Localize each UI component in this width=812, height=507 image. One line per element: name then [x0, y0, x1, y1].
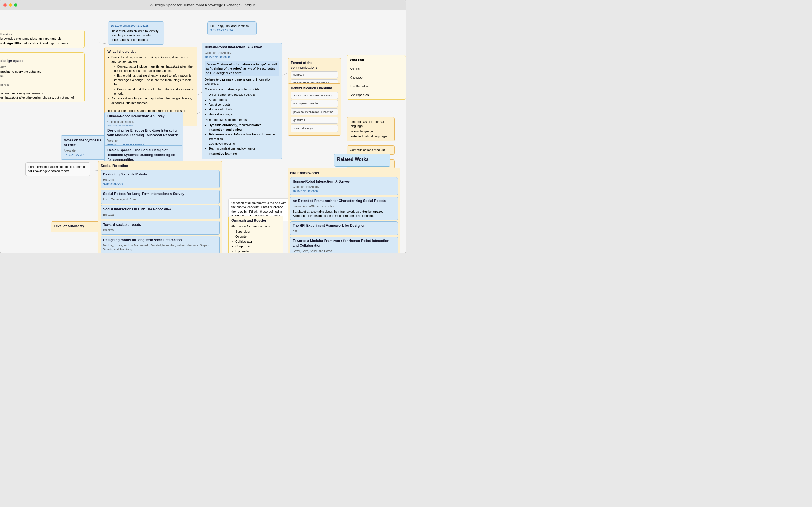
- design-hris-text: n design HRIs that facilitate knowledge …: [0, 41, 82, 45]
- social-robots-survey-card: Social Robots for Long-Term Interaction:…: [101, 189, 220, 204]
- what-item-5: Also note down things that might affect …: [111, 96, 194, 105]
- scripted-item-1: scripted based on formal language: [350, 120, 392, 128]
- social-interactions-title: Social Interactions in HRI: The Robot Vi…: [103, 207, 217, 212]
- titlebar: A Design Space for Human-robot Knowledge…: [0, 0, 406, 10]
- role-bystander: Bystander: [236, 249, 280, 253]
- what-item-4: ○ Keep in mind that this is all to form …: [114, 87, 194, 96]
- social-survey-authors: Leite, Martinho, and Paiva: [103, 198, 217, 202]
- designing-interaction-type: Web link: [107, 139, 180, 143]
- app-window: A Design Space for Human-robot Knowledge…: [0, 0, 406, 253]
- hri-experiment-title: The HRI Experiment Framework for Designe…: [293, 223, 395, 228]
- related-works-title: Related Works: [337, 156, 388, 163]
- onnasch-roesler-title: Onnasch and Roesler: [232, 218, 280, 223]
- synthesis-title: Notes on the Synthesis of Form: [64, 138, 103, 148]
- toward-sociable-title: Toward sociable robots: [103, 223, 217, 227]
- tag-physical: physical interaction & haptics: [291, 108, 338, 115]
- comms-medium-title: Communications medium: [291, 86, 338, 91]
- hri-rw-doi: 10.1561/1100000005: [293, 189, 395, 193]
- onnasch-roesler-card: Onnasch and Roesler Mentioned five human…: [229, 216, 283, 253]
- right-know3: Kno repr arch: [350, 93, 403, 97]
- hri-experiment-card: The HRI Experiment Framework for Designe…: [290, 221, 398, 236]
- hri-survey-small-title: Human-Robot Interaction: A Survey: [107, 114, 180, 119]
- designing-interaction-title: Designing for Effective End-User Interac…: [107, 128, 180, 138]
- social-robotics-card: Social Robotics Designing Sociable Robot…: [98, 161, 222, 253]
- role-supervisor: Supervisor: [236, 230, 280, 234]
- social-interactions-card: Social Interactions in HRI: The Robot Vi…: [101, 205, 220, 219]
- sociable-isbn: 9780262025102: [103, 182, 217, 186]
- sociable-author: Breazeal: [103, 178, 217, 182]
- study-doi: 10.1109/roman.2004.1374728: [111, 24, 161, 28]
- modular-framework-title: Towards a Modular Framework for Human-Ro…: [293, 238, 395, 248]
- format-title: Format of the communications: [291, 61, 338, 70]
- design-spaces-title: Design Spaces I The Social Design of Tec…: [107, 148, 180, 162]
- challenge-1: Urban search and rescue (USAR): [209, 93, 279, 97]
- social-survey-title: Social Robots for Long-Term Interaction:…: [103, 191, 217, 196]
- synthesis-author: Alexander: [64, 149, 103, 153]
- right-what-text: Wha kno: [350, 58, 403, 62]
- what-item-1: Divide the design space into design fact…: [111, 55, 194, 64]
- right-info: Info Kno of va: [350, 84, 403, 89]
- role-cooperator: Cooperator: [236, 244, 280, 248]
- theme-4: Team organizations and dynamics: [209, 147, 279, 151]
- canvas: literature: knowledge exchange plays an …: [0, 10, 406, 253]
- right-partial-card: Wha kno Kno one Kno prob Info Kno of va …: [347, 55, 406, 100]
- study-text: Did a study with children to identify ho…: [111, 29, 161, 42]
- hri-defines-text: Defines "nature of information exchange"…: [205, 61, 279, 76]
- hri-rw-authors: Goodrich and Schultz: [293, 185, 395, 189]
- hri-challenges-list: Urban search and rescue (USAR) Space rob…: [205, 93, 279, 117]
- social-interactions-author: Breazeal: [103, 213, 217, 217]
- tag-visual: visual displays: [291, 125, 338, 132]
- extended-framework-desc: Baraka et al. also talks about their fra…: [293, 210, 395, 218]
- role-collaborator: Collaborator: [236, 239, 280, 244]
- level-autonomy-label: Level of Autonomy: [54, 224, 104, 229]
- challenge-4: Humanoid robots: [209, 107, 279, 112]
- what-item-2: ○ Context factor include many things tha…: [114, 64, 194, 73]
- hri-main-doi: 10.1561/1100000005: [205, 55, 279, 59]
- long-term-card: Long-term interaction should be a defaul…: [26, 162, 90, 176]
- related-works-header: Related Works: [334, 154, 391, 167]
- theme-2: Telepresence and information fusion in r…: [209, 132, 279, 141]
- theme-1: Dynamic autonomy, mixed-initiative inter…: [209, 123, 279, 132]
- tag-non-speech: non-speech audio: [291, 100, 338, 107]
- tag-speech: speech and natural language: [291, 92, 338, 99]
- other-doi-isbn: 9780367179694: [210, 28, 253, 33]
- hri-survey-rw-card: Human-Robot Interaction: A Survey Goodri…: [290, 177, 398, 195]
- right-know2: Kno prob: [350, 75, 403, 80]
- close-button[interactable]: [3, 3, 7, 7]
- hri-survey-main-card: Human-Robot Interaction: A Survey Goodri…: [202, 43, 282, 159]
- sociable-robots-card: Designing Sociable Robots Breazeal 97802…: [101, 170, 220, 188]
- svg-line-0: [99, 43, 107, 44]
- what-title: What I should do:: [107, 49, 194, 54]
- hri-main-authors: Goodrich and Schultz: [205, 51, 279, 55]
- traffic-lights[interactable]: [3, 3, 17, 7]
- toward-sociable-author: Breazeal: [103, 228, 217, 232]
- hri-themes-list: Dynamic autonomy, mixed-initiative inter…: [205, 123, 279, 156]
- designing-longterm-title: Designing robots for long-term social in…: [103, 238, 217, 242]
- knowledge-text: knowledge exchange plays an important ro…: [0, 37, 82, 41]
- extended-framework-card: An Extended Framework for Characterizing…: [290, 196, 398, 220]
- theme-5: Interactive learning: [209, 152, 279, 156]
- design-space-title: design space: [0, 58, 82, 63]
- designing-longterm-card: Designing robots for long-term social in…: [101, 236, 220, 253]
- challenge-3: Assistive robots: [209, 103, 279, 107]
- extended-framework-title: An Extended Framework for Characterizing…: [293, 199, 395, 203]
- maximize-button[interactable]: [14, 3, 17, 7]
- hri-frameworks-title: HRI Frameworks: [290, 170, 398, 175]
- scripted-item-2: natural language: [350, 129, 392, 133]
- hri-rw-title: Human-Robot Interaction: A Survey: [293, 179, 395, 184]
- onnasch-roesler-subtitle: Mentioned five human roles.: [232, 224, 280, 228]
- social-robotics-title: Social Robotics: [101, 163, 220, 168]
- minimize-button[interactable]: [9, 3, 12, 7]
- hri-frameworks-section: HRI Frameworks Human-Robot Interaction: …: [288, 168, 400, 253]
- hri-points-text: Points out five solution themes: [205, 118, 279, 122]
- literature-text: literature:: [0, 33, 82, 37]
- tag-scripted: scripted: [291, 71, 338, 78]
- what-item-3: ○ Extract things that are directly relat…: [114, 73, 194, 87]
- hri-experiment-authors: Kim: [293, 229, 395, 233]
- synthesis-isbn: 9780674627512: [64, 153, 103, 157]
- communications-medium-card: Communications medium speech and natural…: [288, 83, 341, 136]
- comms-medium-panel-card: Communications medium: [347, 145, 395, 155]
- designing-longterm-authors: Gockley, Bruce, Forlizzi, Michalowski, M…: [103, 244, 217, 251]
- other-doi-text: Lui, Tang, Lim, and Tomkins: [210, 24, 253, 28]
- sociable-title: Designing Sociable Robots: [103, 172, 217, 177]
